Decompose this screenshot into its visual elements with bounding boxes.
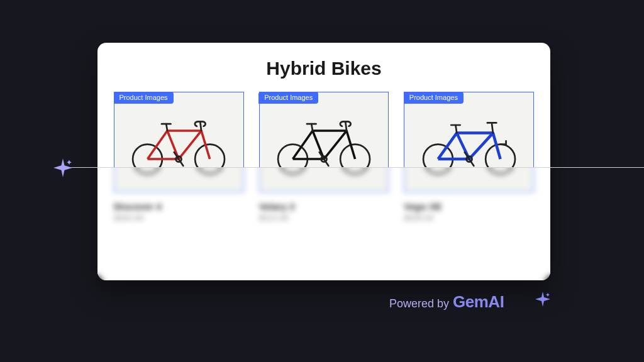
product-price: $523.99 [259, 213, 389, 222]
product-image [260, 92, 389, 192]
sparkle-icon [535, 292, 550, 307]
svg-point-7 [340, 145, 370, 174]
bike-icon [267, 108, 380, 176]
selection-badge: Product Images [258, 92, 318, 104]
product-name: Discover 4 [114, 201, 244, 212]
product-card[interactable]: Product Images Volary 2 $523.99 [259, 92, 389, 222]
product-image-selection[interactable]: Product Images [114, 92, 244, 192]
branding-name: GemAI [453, 292, 504, 312]
sparkle-icon [53, 158, 72, 177]
svg-point-4 [195, 145, 225, 174]
selection-badge: Product Images [114, 92, 174, 104]
product-image-selection[interactable]: Product Images [259, 92, 389, 192]
product-name: Vego XE [404, 201, 534, 212]
product-card[interactable]: Product Images Discover 4 $564.99 [114, 92, 244, 222]
product-price: $564.99 [114, 213, 244, 222]
svg-point-10 [486, 145, 515, 174]
product-grid: Product Images Discover 4 $564.99 Produc… [114, 92, 534, 222]
product-image [404, 92, 533, 192]
product-name: Volary 2 [259, 201, 389, 212]
branding-footer: Powered by GemAI [389, 292, 504, 312]
product-price: $599.00 [404, 213, 534, 222]
scan-line [57, 167, 644, 168]
product-card[interactable]: Product Images Vego XE $599.00 [404, 92, 534, 222]
content-card: Hybrid Bikes Product Images Discover 4 $… [97, 43, 550, 280]
product-image-selection[interactable]: Product Images [404, 92, 534, 192]
branding-prefix: Powered by [389, 297, 449, 310]
bike-icon [122, 108, 235, 176]
bike-icon [413, 108, 526, 176]
product-image [114, 92, 243, 192]
page-title: Hybrid Bikes [114, 58, 534, 79]
selection-badge: Product Images [404, 92, 464, 104]
